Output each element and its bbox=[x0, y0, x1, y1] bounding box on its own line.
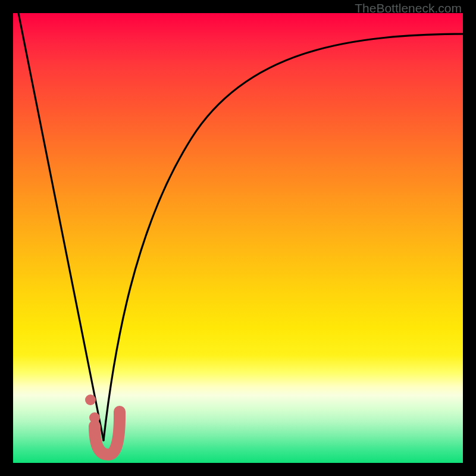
left-branch-curve bbox=[16, 1, 104, 440]
curve-layer bbox=[13, 13, 463, 463]
watermark-text: TheBottleneck.com bbox=[355, 1, 462, 15]
marker-dot-1 bbox=[85, 394, 96, 405]
bottleneck-marker-group bbox=[85, 394, 120, 455]
right-branch-curve bbox=[104, 34, 471, 440]
chart-frame: TheBottleneck.com bbox=[0, 0, 476, 476]
